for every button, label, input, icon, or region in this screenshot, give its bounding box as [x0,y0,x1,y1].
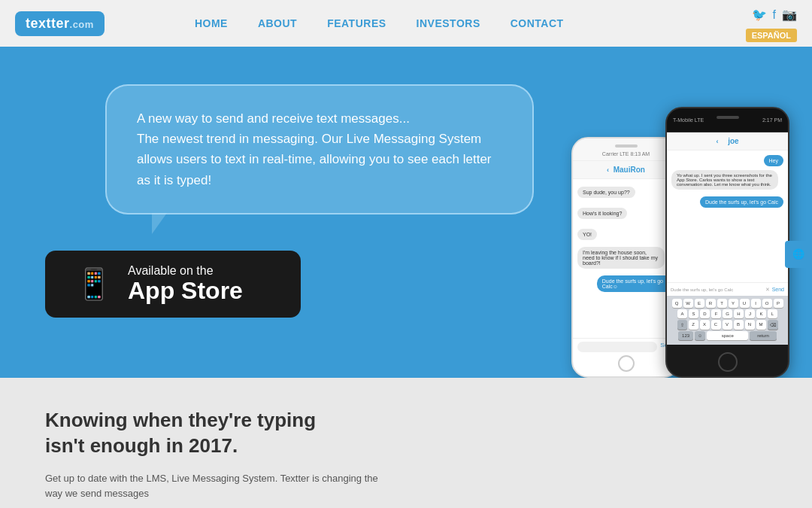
key-y[interactable]: Y [729,299,738,308]
phone-white: Carrier LTE 8:13 AM ‹ MauiRon Sup dude, … [571,137,680,378]
app-store-label: App Store [128,278,243,304]
white-phone-chat-header: ‹ MauiRon [573,161,679,179]
nav-about[interactable]: ABOUT [258,17,297,29]
keyboard-row-4: 123 ☺ space return [668,331,786,340]
key-u[interactable]: U [740,299,750,308]
black-phone-status-bar: T-Mobile LTE 2:17 PM [667,108,788,132]
key-b[interactable]: B [734,320,744,330]
status-bar-left: T-Mobile LTE [673,117,704,123]
key-o[interactable]: O [762,299,772,308]
black-phone-chat-header: ‹ joe [667,132,788,151]
nav-home[interactable]: HOME [195,17,228,29]
facebook-icon[interactable]: f [773,8,776,22]
key-f[interactable]: F [711,309,721,318]
key-w[interactable]: W [683,299,693,308]
bottom-description: Get up to date with the LMS, Live Messag… [45,471,391,503]
key-a[interactable]: A [677,309,687,318]
bottom-section: Knowing when they're typingisn't enough … [0,378,812,508]
nav-links: HOME ABOUT FEATURES INVESTORS CONTACT [195,17,564,29]
key-i[interactable]: I [751,299,761,308]
bubble-text: A new way to send and receive text messa… [137,108,502,190]
key-p[interactable]: P [774,299,783,308]
chat-row: Sup dude, you up?? [577,184,674,202]
chat-bubble: I'm leaving the house soon, need to know… [577,247,665,269]
black-phone-input-bar: Dude the surfs up, let's go Calc ✕ Send [667,282,788,296]
chat-bubble: How's it looking? [577,208,627,219]
key-z[interactable]: Z [689,320,698,330]
app-store-button[interactable]: 📱 Available on the App Store [45,251,301,318]
keyboard-row-1: Q W E R T Y U I O P [668,299,786,308]
logo-suffix: .com [70,19,94,30]
key-q[interactable]: Q [672,299,682,308]
white-phone-chat-area: Sup dude, you up?? How's it looking? YO!… [573,179,679,280]
key-j[interactable]: J [745,309,755,318]
keyboard: Q W E R T Y U I O P A S D F G H [667,296,788,345]
chat-row: I'm leaving the house soon, need to know… [577,247,674,272]
phones-container: Carrier LTE 8:13 AM ‹ MauiRon Sup dude, … [571,107,789,378]
chat-bubble-right: Dude the surfs up, let's go Calc☺ [597,275,674,292]
nav-contact[interactable]: CONTACT [511,17,564,29]
twitter-icon[interactable]: 🐦 [752,8,767,22]
key-n[interactable]: N [745,320,755,330]
key-x[interactable]: X [700,320,710,330]
chat-bubble: Sup dude, you up?? [577,187,635,198]
available-label: Available on the [128,264,243,278]
key-h[interactable]: H [734,309,744,318]
send-label[interactable]: Send [772,287,784,292]
white-phone-input-bar: Send [573,338,679,355]
key-backspace[interactable]: ⌫ [768,320,778,330]
instagram-icon[interactable]: 📷 [782,8,797,22]
white-phone-contact-name: MauiRon [614,166,645,174]
phone-icon: 📱 [75,266,113,302]
status-bar-text: Carrier LTE 8:13 AM [602,151,650,157]
clear-icon: ✕ [765,287,770,293]
key-m[interactable]: M [756,320,766,330]
black-phone-chat-area: Hey Yo what up. I sent you three screens… [667,151,788,282]
nav-investors[interactable]: INVESTORS [417,17,480,29]
espanol-button[interactable]: ESPAÑOL [746,29,797,42]
key-l[interactable]: L [768,309,777,318]
chat-bubble: YO! [577,229,597,240]
app-store-text: Available on the App Store [128,264,243,304]
key-v[interactable]: V [723,320,732,330]
hero-section: A new way to send and receive text messa… [0,47,812,378]
key-s[interactable]: S [689,309,698,318]
input-mock [577,342,657,352]
key-c[interactable]: C [711,320,721,330]
home-button[interactable] [618,355,635,372]
key-123[interactable]: 123 [678,331,693,340]
speech-bubble: A new way to send and receive text messa… [105,84,534,214]
bottom-heading: Knowing when they're typingisn't enough … [45,408,391,459]
navbar: textter.com HOME ABOUT FEATURES INVESTOR… [0,0,812,47]
key-g[interactable]: G [723,309,732,318]
logo[interactable]: textter.com [15,11,105,36]
keyboard-row-3: ⇧ Z X C V B N M ⌫ [668,320,786,330]
chat-bubble-right: Hey [764,155,783,166]
chat-row: Yo what up. I sent you three screenshots… [671,170,783,193]
white-phone-status-bar: Carrier LTE 8:13 AM [573,138,679,161]
key-e[interactable]: E [695,299,704,308]
keyboard-row-2: A S D F G H J K L [668,309,786,318]
bottom-text: Knowing when they're typingisn't enough … [45,408,391,502]
translate-widget[interactable]: 🌐 [785,241,812,268]
key-emoji[interactable]: ☺ [695,331,705,340]
nav-features[interactable]: FEATURES [327,17,386,29]
status-bar-time: 2:17 PM [762,117,782,123]
speaker [615,144,638,148]
key-d[interactable]: D [700,309,710,318]
key-k[interactable]: K [756,309,766,318]
key-space[interactable]: space [707,331,748,340]
key-r[interactable]: R [706,299,716,308]
key-t[interactable]: T [717,299,727,308]
logo-text: textter.com [26,16,94,32]
chat-row: How's it looking? [577,205,674,223]
input-text: Dude the surfs up, let's go Calc [671,287,763,292]
home-button-black[interactable] [718,352,738,372]
key-return[interactable]: return [750,331,777,340]
chat-row: YO! [577,226,674,244]
chat-bubble: Yo what up. I sent you three screenshots… [671,170,778,190]
key-shift[interactable]: ⇧ [677,320,687,330]
social-icons: 🐦 f 📷 [752,8,797,22]
translate-icon: 🌐 [792,248,804,260]
phone-black: T-Mobile LTE 2:17 PM ‹ joe Hey Yo what u… [665,107,789,378]
